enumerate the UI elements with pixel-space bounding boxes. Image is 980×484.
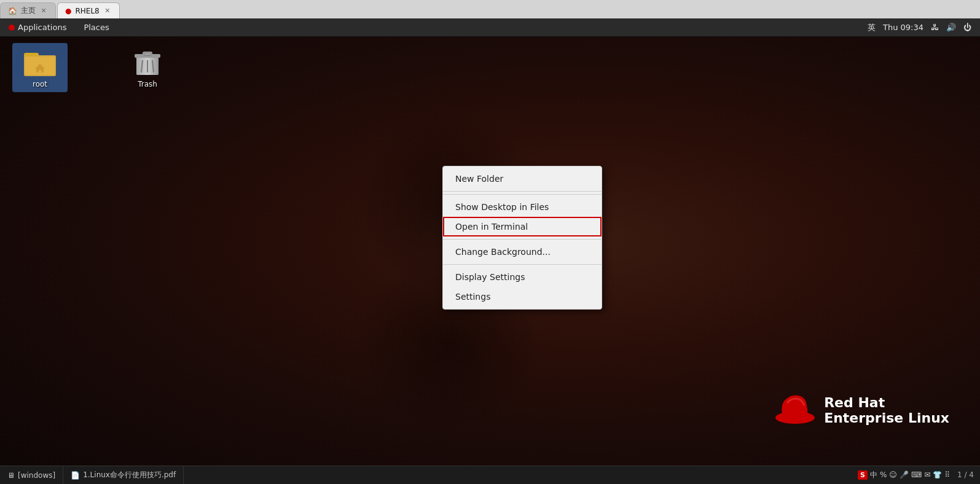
pdf-label: 1.Linux命令行使用技巧.pdf [83, 470, 176, 480]
redhat-line2: Enterprise Linux [824, 410, 949, 426]
taskbar-windows-item[interactable]: 🖥 [windows] [0, 466, 63, 485]
redhat-text: Red Hat Enterprise Linux [824, 395, 949, 426]
power-icon[interactable]: ⏻ [963, 23, 971, 32]
separator-1 [443, 191, 602, 192]
trash-icon-label: Trash [138, 80, 157, 88]
tab-rhel8[interactable]: ● RHEL8 ✕ [57, 2, 120, 18]
context-menu: New Folder Show Desktop in Files Open in… [442, 166, 602, 310]
context-open-terminal[interactable]: Open in Terminal [443, 217, 602, 236]
desktop-icon-trash[interactable]: Trash [120, 43, 175, 92]
context-show-desktop[interactable]: Show Desktop in Files [443, 197, 602, 217]
system-tray: S 中 % ☺ 🎤 ⌨ ✉ 👕 ⠿ 1 / 4 [858, 466, 980, 484]
desktop: 🏠 主页 ✕ ● RHEL8 ✕ Applications Places 英 T… [0, 0, 980, 484]
volume-icon[interactable]: 🔊 [946, 23, 956, 32]
tray-zh[interactable]: 中 [870, 470, 877, 480]
lang-indicator[interactable]: 英 [868, 22, 876, 33]
tray-keyboard[interactable]: ⌨ [911, 470, 922, 479]
context-settings[interactable]: Settings [443, 287, 602, 306]
gnome-topbar-right: 英 Thu 09:34 🖧 🔊 ⏻ [868, 22, 980, 33]
applications-label: Applications [18, 23, 66, 32]
tab-rhel8-label: RHEL8 [75, 7, 99, 15]
folder-icon [23, 47, 57, 77]
places-menu[interactable]: Places [75, 18, 117, 36]
tab-home-label: 主页 [21, 6, 36, 16]
tray-envelope[interactable]: ✉ [924, 470, 930, 479]
desktop-area: root [0, 37, 980, 466]
desktop-icon-root[interactable]: root [12, 43, 68, 92]
clock: Thu 09:34 [883, 23, 923, 32]
context-change-bg[interactable]: Change Background... [443, 242, 602, 262]
gnome-topbar-left: Applications Places [0, 18, 118, 36]
root-icon-label: root [33, 80, 47, 88]
tray-percent[interactable]: % [880, 470, 887, 479]
taskbar-bottom: 🖥 [windows] 📄 1.Linux命令行使用技巧.pdf S 中 % ☺… [0, 466, 980, 484]
tab-home[interactable]: 🏠 主页 ✕ [0, 2, 56, 18]
separator-4 [443, 264, 602, 265]
tray-emoji1[interactable]: ☺ [889, 470, 897, 479]
applications-menu[interactable]: Applications [0, 18, 75, 36]
network-icon[interactable]: 🖧 [931, 23, 939, 32]
taskbar-bottom-left: 🖥 [windows] 📄 1.Linux命令行使用技巧.pdf [0, 466, 980, 485]
tray-grid[interactable]: ⠿ [944, 470, 950, 479]
windows-label: [windows] [18, 471, 55, 480]
separator-3 [443, 239, 602, 240]
tray-mic[interactable]: 🎤 [900, 470, 909, 479]
tab-rhel8-favicon: ● [65, 7, 71, 15]
redhat-logo: Red Hat Enterprise Linux [774, 392, 949, 429]
svg-rect-8 [144, 53, 151, 55]
tab-home-favicon: 🏠 [8, 7, 17, 15]
places-label: Places [84, 23, 109, 32]
pdf-icon: 📄 [71, 471, 80, 480]
browser-tabs-bar: 🏠 主页 ✕ ● RHEL8 ✕ [0, 0, 980, 18]
trash-icon [130, 47, 165, 77]
gnome-topbar: Applications Places 英 Thu 09:34 🖧 🔊 ⏻ [0, 18, 980, 37]
context-new-folder[interactable]: New Folder [443, 169, 602, 189]
tab-rhel8-close[interactable]: ✕ [103, 7, 112, 15]
redhat-line1: Red Hat [824, 395, 949, 410]
redhat-dot [9, 25, 15, 31]
windows-icon: 🖥 [7, 471, 15, 480]
page-info: 1 / 4 [957, 470, 974, 479]
taskbar-pdf-item[interactable]: 📄 1.Linux命令行使用技巧.pdf [63, 466, 184, 485]
context-display-settings[interactable]: Display Settings [443, 267, 602, 287]
redhat-hat-icon [774, 392, 817, 429]
tab-home-close[interactable]: ✕ [39, 7, 48, 15]
separator-2 [443, 194, 602, 195]
tray-shirt[interactable]: 👕 [933, 470, 942, 479]
sogou-icon[interactable]: S [858, 470, 868, 480]
